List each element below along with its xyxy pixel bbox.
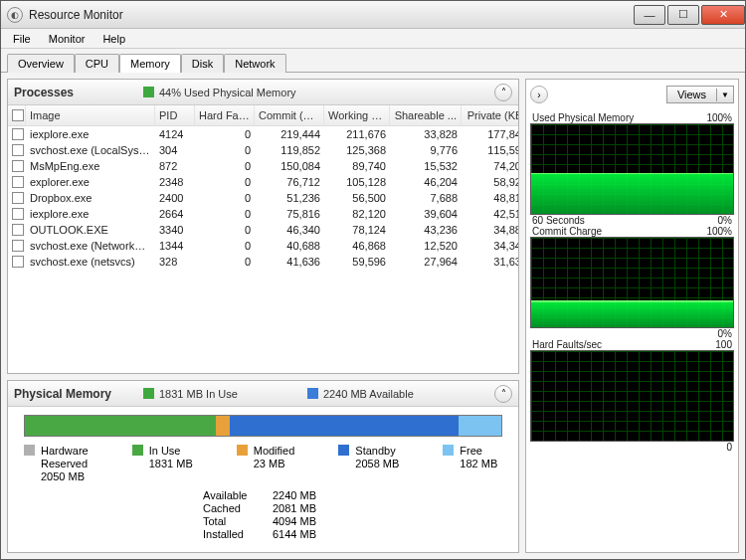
table-row[interactable]: svchost.exe (netsvcs)328041,63659,59627,… — [8, 254, 518, 270]
table-row[interactable]: OUTLOOK.EXE3340046,34078,12443,23634,888 — [8, 222, 518, 238]
cell-image: explorer.exe — [26, 174, 155, 190]
col-shareable[interactable]: Shareable ... — [390, 105, 462, 125]
cell-sh: 39,604 — [390, 206, 462, 222]
physmem-body: HardwareReserved2050 MBIn Use1831 MBModi… — [8, 407, 518, 552]
cell-image: svchost.exe (LocalSystemNet... — [26, 142, 155, 158]
cell-pv: 42,516 — [462, 206, 518, 222]
close-button[interactable]: ✕ — [701, 5, 745, 25]
left-column: Processes 44% Used Physical Memory ˄ Ima… — [7, 79, 519, 553]
membar-segment — [230, 416, 459, 436]
legend-value: Reserved — [41, 458, 89, 470]
processes-title: Processes — [14, 86, 133, 99]
menu-help[interactable]: Help — [94, 31, 133, 47]
cell-ws: 56,500 — [324, 190, 390, 206]
tab-network[interactable]: Network — [224, 54, 285, 73]
stat-key: Cached — [203, 502, 267, 514]
cell-sh: 12,520 — [390, 238, 462, 254]
legend-item: Free182 MB — [443, 445, 497, 483]
processes-meta: 44% Used Physical Memory — [143, 87, 296, 98]
grid-header: Image PID Hard Faul... Commit (KB) Worki… — [8, 105, 518, 126]
row-checkbox[interactable] — [8, 126, 26, 142]
processes-header[interactable]: Processes 44% Used Physical Memory ˄ — [8, 80, 518, 105]
tab-memory[interactable]: Memory — [119, 54, 181, 73]
checkbox-icon[interactable] — [12, 224, 24, 236]
titlebar[interactable]: ◐ Resource Monitor — ☐ ✕ — [1, 1, 745, 29]
cell-commit: 219,444 — [255, 126, 324, 142]
physmem-inuse: 1831 MB In Use — [143, 388, 238, 400]
physmem-header[interactable]: Physical Memory 1831 MB In Use 2240 MB A… — [8, 381, 518, 407]
graph-max: 100% — [706, 112, 732, 123]
table-row[interactable]: iexplore.exe41240219,444211,67633,828177… — [8, 126, 518, 142]
views-button[interactable]: Views ▼ — [666, 86, 734, 103]
cell-sh: 9,776 — [390, 142, 462, 158]
cell-pv: 58,924 — [462, 174, 518, 190]
cell-pv: 31,632 — [462, 254, 518, 270]
cell-ws: 59,596 — [324, 254, 390, 270]
cell-pv: 115,592 — [462, 142, 518, 158]
grid-body[interactable]: iexplore.exe41240219,444211,67633,828177… — [8, 126, 518, 270]
cell-ws: 211,676 — [324, 126, 390, 142]
checkbox-icon[interactable] — [12, 128, 24, 140]
legend-swatch — [237, 445, 248, 456]
cell-pv: 34,888 — [462, 222, 518, 238]
checkbox-icon[interactable] — [12, 192, 24, 204]
content-area: Processes 44% Used Physical Memory ˄ Ima… — [1, 73, 745, 559]
col-checkbox[interactable] — [8, 105, 26, 125]
graph-min: 0 — [726, 442, 732, 453]
checkbox-icon[interactable] — [12, 240, 24, 252]
legend-label: Hardware — [41, 445, 89, 458]
maximize-button[interactable]: ☐ — [667, 5, 699, 25]
col-workingset[interactable]: Working S... — [324, 105, 390, 125]
row-checkbox[interactable] — [8, 174, 26, 190]
checkbox-icon[interactable] — [12, 256, 24, 268]
menu-monitor[interactable]: Monitor — [41, 31, 93, 47]
table-row[interactable]: svchost.exe (LocalSystemNet...3040119,85… — [8, 142, 518, 158]
checkbox-icon[interactable] — [12, 208, 24, 220]
col-image[interactable]: Image — [26, 105, 155, 125]
graph-min: 0% — [718, 328, 732, 339]
legend-label: Free — [460, 445, 497, 458]
row-checkbox[interactable] — [8, 238, 26, 254]
collapse-icon[interactable]: ˄ — [494, 84, 512, 101]
cell-commit: 40,688 — [255, 238, 324, 254]
cell-sh: 7,688 — [390, 190, 462, 206]
menu-file[interactable]: File — [5, 31, 39, 47]
resource-monitor-window: ◐ Resource Monitor — ☐ ✕ File Monitor He… — [0, 0, 746, 560]
row-checkbox[interactable] — [8, 254, 26, 270]
menubar: File Monitor Help — [1, 29, 745, 49]
row-checkbox[interactable] — [8, 158, 26, 174]
checkbox-icon[interactable] — [12, 109, 24, 121]
tab-disk[interactable]: Disk — [181, 54, 224, 73]
col-commit[interactable]: Commit (KB) — [255, 105, 324, 125]
table-row[interactable]: MsMpEng.exe8720150,08489,74015,53274,208 — [8, 158, 518, 174]
table-row[interactable]: svchost.exe (NetworkService)1344040,6884… — [8, 238, 518, 254]
expand-pane-icon[interactable]: › — [530, 86, 548, 103]
row-checkbox[interactable] — [8, 222, 26, 238]
graphs-container: Used Physical Memory100%60 Seconds0%Comm… — [530, 112, 734, 453]
checkbox-icon[interactable] — [12, 176, 24, 188]
col-hardfaults[interactable]: Hard Faul... — [195, 105, 255, 125]
stat-key: Total — [203, 515, 267, 527]
row-checkbox[interactable] — [8, 206, 26, 222]
tab-overview[interactable]: Overview — [7, 54, 75, 73]
collapse-icon[interactable]: ˄ — [494, 385, 512, 403]
table-row[interactable]: explorer.exe2348076,712105,12846,20458,9… — [8, 174, 518, 190]
meta-swatch — [143, 87, 154, 97]
checkbox-icon[interactable] — [12, 144, 24, 156]
table-row[interactable]: Dropbox.exe2400051,23656,5007,68848,812 — [8, 190, 518, 206]
cell-ws: 82,120 — [324, 206, 390, 222]
row-checkbox[interactable] — [8, 142, 26, 158]
col-private[interactable]: Private (KB) — [462, 105, 518, 125]
row-checkbox[interactable] — [8, 190, 26, 206]
graph-title: Hard Faults/sec — [532, 339, 602, 350]
minimize-button[interactable]: — — [634, 5, 665, 25]
col-pid[interactable]: PID — [155, 105, 195, 125]
cell-pid: 304 — [155, 142, 195, 158]
chevron-down-icon[interactable]: ▼ — [716, 89, 733, 101]
tab-cpu[interactable]: CPU — [75, 54, 119, 73]
checkbox-icon[interactable] — [12, 160, 24, 172]
right-column: › Views ▼ Used Physical Memory100%60 Sec… — [525, 79, 739, 553]
processes-meta-label: 44% Used Physical Memory — [159, 87, 296, 98]
table-row[interactable]: iexplore.exe2664075,81682,12039,60442,51… — [8, 206, 518, 222]
legend-swatch — [24, 445, 35, 456]
